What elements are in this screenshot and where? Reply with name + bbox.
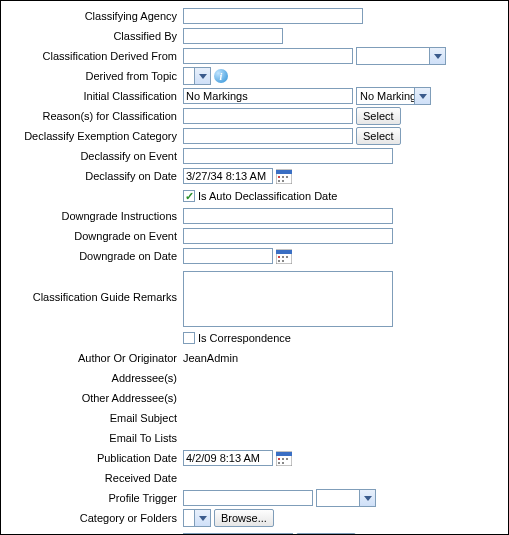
initial-classification-input[interactable] [183, 88, 353, 104]
classified-by-input[interactable] [183, 28, 283, 44]
chevron-down-icon [414, 88, 430, 104]
form-frame: Classifying Agency Classified By Classif… [0, 0, 509, 535]
downgrade-instructions-label: Downgrade Instructions [7, 210, 183, 222]
classification-guide-remarks-textarea[interactable] [183, 271, 393, 327]
profile-trigger-dropdown[interactable] [316, 489, 376, 507]
author-or-originator-label: Author Or Originator [7, 352, 183, 364]
classification-derived-from-input[interactable] [183, 48, 353, 64]
downgrade-instructions-input[interactable] [183, 208, 393, 224]
chevron-down-icon [429, 48, 445, 64]
is-correspondence-checkbox[interactable] [183, 332, 195, 344]
chevron-down-icon [194, 510, 210, 526]
category-or-folders-label: Category or Folders [7, 512, 183, 524]
declassify-on-date-input[interactable] [183, 168, 273, 184]
other-addressees-label: Other Addressee(s) [7, 392, 183, 404]
email-subject-label: Email Subject [7, 412, 183, 424]
classifying-agency-input[interactable] [183, 8, 363, 24]
calendar-icon[interactable] [276, 168, 292, 184]
profile-trigger-input[interactable] [183, 490, 313, 506]
auto-declassification-checkbox[interactable] [183, 190, 195, 202]
initial-classification-dropdown[interactable]: No Markings [356, 87, 431, 105]
browse-category-button[interactable]: Browse... [214, 509, 274, 527]
derived-from-topic-label: Derived from Topic [7, 70, 183, 82]
select-exemption-button[interactable]: Select [356, 127, 401, 145]
email-to-lists-label: Email To Lists [7, 432, 183, 444]
author-or-originator-value: JeanAdmin [183, 352, 238, 364]
classification-derived-from-dropdown[interactable] [356, 47, 446, 65]
derived-from-topic-dropdown[interactable] [183, 67, 211, 85]
chevron-down-icon [359, 490, 375, 506]
publication-date-input[interactable] [183, 450, 273, 466]
calendar-icon[interactable] [276, 450, 292, 466]
downgrade-on-event-input[interactable] [183, 228, 393, 244]
declassify-exemption-category-input[interactable] [183, 128, 353, 144]
addressees-label: Addressee(s) [7, 372, 183, 384]
downgrade-on-event-label: Downgrade on Event [7, 230, 183, 242]
initial-classification-label: Initial Classification [7, 90, 183, 102]
reasons-for-classification-label: Reason(s) for Classification [7, 110, 183, 122]
info-icon[interactable]: i [214, 69, 228, 83]
reasons-for-classification-input[interactable] [183, 108, 353, 124]
calendar-icon[interactable] [276, 248, 292, 264]
profile-trigger-label: Profile Trigger [7, 492, 183, 504]
select-reasons-button[interactable]: Select [356, 107, 401, 125]
downgrade-on-date-label: Downgrade on Date [7, 250, 183, 262]
is-correspondence-label: Is Correspondence [198, 332, 291, 344]
auto-declassification-label: Is Auto Declassification Date [198, 190, 337, 202]
declassify-exemption-category-label: Declassify Exemption Category [7, 130, 183, 142]
publication-date-label: Publication Date [7, 452, 183, 464]
category-or-folders-dropdown[interactable] [183, 509, 211, 527]
declassify-on-event-label: Declassify on Event [7, 150, 183, 162]
classifying-agency-label: Classifying Agency [7, 10, 183, 22]
declassify-on-date-label: Declassify on Date [7, 170, 183, 182]
chevron-down-icon [194, 68, 210, 84]
declassify-on-event-input[interactable] [183, 148, 393, 164]
received-date-label: Received Date [7, 472, 183, 484]
classification-derived-from-label: Classification Derived From [7, 50, 183, 62]
downgrade-on-date-input[interactable] [183, 248, 273, 264]
classified-by-label: Classified By [7, 30, 183, 42]
classification-guide-remarks-label: Classification Guide Remarks [7, 271, 183, 303]
